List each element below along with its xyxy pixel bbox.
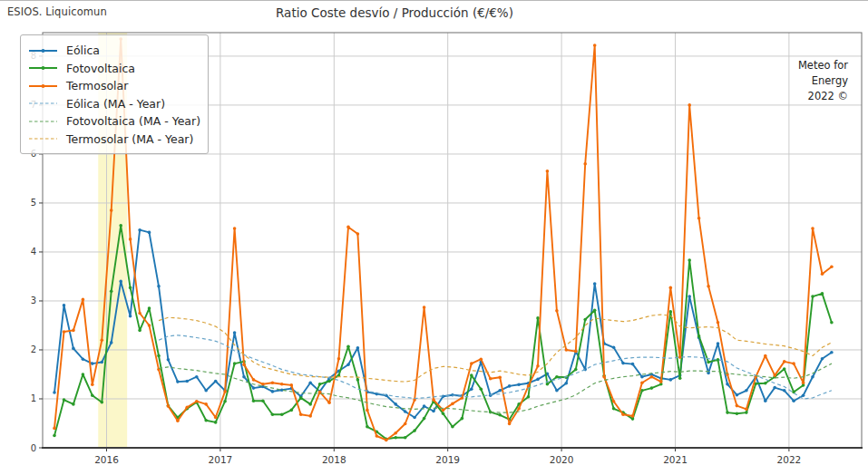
data-point xyxy=(327,402,331,405)
data-point xyxy=(659,380,663,383)
x-tick-label: 2018 xyxy=(322,454,346,465)
data-point xyxy=(280,413,284,417)
data-point xyxy=(688,103,691,107)
data-point xyxy=(612,407,616,411)
data-point xyxy=(736,404,739,408)
data-point xyxy=(555,309,559,313)
watermark-line-2: Energy xyxy=(748,73,848,89)
chart-title: Ratio Coste desvío / Producción (€/€%) xyxy=(218,5,571,20)
data-point xyxy=(148,306,151,310)
legend-item-label: Fotovoltaica (MA - Year) xyxy=(66,114,200,128)
data-point xyxy=(669,378,673,382)
data-point xyxy=(242,363,246,366)
data-point xyxy=(783,367,786,371)
data-point xyxy=(271,381,275,384)
data-point xyxy=(290,383,294,387)
legend-line-swatch xyxy=(28,82,58,91)
y-tick-label: 0 xyxy=(31,443,36,453)
x-tick-label: 2019 xyxy=(435,454,460,465)
data-point xyxy=(82,298,85,302)
data-point xyxy=(148,231,151,235)
data-point xyxy=(385,439,388,442)
data-point xyxy=(631,363,635,366)
data-point xyxy=(536,364,540,368)
data-point xyxy=(63,330,66,334)
x-tick-label: 2017 xyxy=(209,454,233,465)
data-point xyxy=(555,375,559,379)
data-point xyxy=(91,362,94,365)
data-point xyxy=(53,427,56,431)
data-point xyxy=(423,305,426,309)
data-point xyxy=(565,348,569,352)
data-point xyxy=(204,419,208,422)
data-point xyxy=(631,414,635,418)
data-point xyxy=(223,390,227,393)
data-point xyxy=(129,286,132,290)
data-point xyxy=(91,393,94,397)
x-tick-label: 2022 xyxy=(777,454,802,465)
data-point xyxy=(498,375,502,379)
data-point xyxy=(745,411,748,414)
data-point xyxy=(271,413,275,417)
series-line-fotovoltaica xyxy=(54,226,832,439)
data-point xyxy=(574,350,578,354)
watermark-line-1: Meteo for xyxy=(748,58,848,73)
data-point xyxy=(565,382,569,385)
data-point xyxy=(688,258,691,262)
data-point xyxy=(830,351,834,354)
data-point xyxy=(394,431,397,435)
data-point xyxy=(612,400,616,403)
chart-figure: 0123456782016201720182019202020212022 ES… xyxy=(0,0,868,475)
data-point xyxy=(119,280,122,284)
legend-item: Eólica xyxy=(28,42,199,60)
data-point xyxy=(346,344,350,348)
data-point xyxy=(583,318,587,322)
data-point xyxy=(214,416,218,420)
data-point xyxy=(480,387,483,391)
legend-line-swatch xyxy=(28,63,58,73)
data-point xyxy=(811,295,814,298)
data-point xyxy=(726,411,729,414)
data-point xyxy=(707,285,710,288)
data-point xyxy=(242,375,246,379)
data-point xyxy=(508,384,512,388)
legend-dashed-swatch xyxy=(28,134,58,143)
source-label: ESIOS. Liquicomun xyxy=(7,5,107,18)
data-point xyxy=(82,373,85,376)
legend-dashed-swatch xyxy=(28,117,58,126)
y-tick-label: 5 xyxy=(31,198,36,208)
data-point xyxy=(602,375,606,379)
data-point xyxy=(498,413,502,417)
legend-item-label: Eólica (MA - Year) xyxy=(66,97,165,111)
data-point xyxy=(101,361,104,364)
legend-item: Termosolar (MA - Year) xyxy=(28,131,199,149)
legend-item: Fotovoltaica (MA - Year) xyxy=(28,112,199,131)
data-point xyxy=(555,389,559,393)
data-point xyxy=(480,357,483,361)
data-point xyxy=(621,362,625,365)
y-tick-label: 4 xyxy=(31,247,36,257)
data-point xyxy=(821,292,824,296)
data-point xyxy=(346,363,350,366)
data-point xyxy=(432,410,435,413)
data-point xyxy=(783,389,786,393)
data-point xyxy=(101,338,104,342)
data-point xyxy=(413,416,416,420)
data-point xyxy=(223,400,227,403)
data-point xyxy=(280,383,284,386)
data-point xyxy=(423,417,426,421)
data-point xyxy=(517,407,521,411)
data-point xyxy=(470,387,473,391)
legend-item-label: Termosolar (MA - Year) xyxy=(66,132,193,146)
data-point xyxy=(432,398,435,402)
data-point xyxy=(308,381,312,384)
series-line-e-lica xyxy=(54,230,832,418)
data-point xyxy=(110,289,113,293)
data-point xyxy=(394,402,397,406)
legend: EólicaFotovoltaicaTermosolarEólica (MA -… xyxy=(20,34,209,154)
data-point xyxy=(404,436,407,440)
data-point xyxy=(423,404,426,408)
data-point xyxy=(669,286,673,290)
data-point xyxy=(53,391,56,394)
legend-item-label: Eólica xyxy=(66,44,100,57)
